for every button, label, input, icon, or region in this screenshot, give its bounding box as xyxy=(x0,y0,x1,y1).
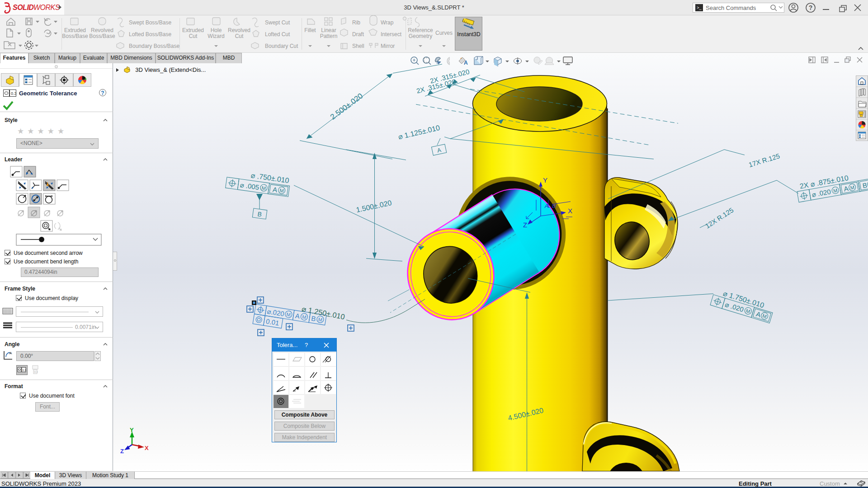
svg-text:X: X xyxy=(145,445,149,451)
svg-text:M: M xyxy=(318,317,323,323)
svg-text:B: B xyxy=(311,314,316,323)
svg-text:Y: Y xyxy=(543,176,547,184)
svg-text:A..B: A..B xyxy=(544,202,556,209)
svg-text:0.3: 0.3 xyxy=(34,371,38,373)
svg-text:A: A xyxy=(9,351,12,355)
svg-text:M: M xyxy=(762,313,767,319)
svg-text:0.3: 0.3 xyxy=(11,91,17,96)
svg-text:B: B xyxy=(257,210,262,218)
svg-text:B: B xyxy=(862,181,868,189)
svg-text:A: A xyxy=(437,146,442,154)
svg-text:A: A xyxy=(464,60,468,66)
svg-text:X: X xyxy=(568,207,572,215)
svg-text:12X R.125: 12X R.125 xyxy=(704,206,735,230)
svg-text:⌀ .750±.010: ⌀ .750±.010 xyxy=(250,171,290,184)
svg-text:17X R.125: 17X R.125 xyxy=(748,152,781,169)
svg-text:2.500±.020: 2.500±.020 xyxy=(329,91,364,121)
svg-text:M: M xyxy=(279,188,284,193)
svg-text:M: M xyxy=(850,184,855,190)
svg-text:M: M xyxy=(745,308,751,314)
svg-text:M: M xyxy=(261,185,266,191)
svg-text:A: A xyxy=(272,185,278,193)
svg-text:A: A xyxy=(755,310,762,319)
svg-text:A: A xyxy=(295,312,301,320)
svg-text:M: M xyxy=(833,188,838,193)
svg-text:Y: Y xyxy=(130,427,134,433)
svg-text:0.3: 0.3 xyxy=(23,369,27,371)
svg-text:⌀ 1.125±.010: ⌀ 1.125±.010 xyxy=(397,124,441,141)
svg-text:1.500±.020: 1.500±.020 xyxy=(355,199,392,214)
svg-text:Z: Z xyxy=(523,221,527,229)
svg-text:⌀ .005: ⌀ .005 xyxy=(240,181,259,191)
svg-text:A: A xyxy=(843,184,849,192)
svg-text:Z: Z xyxy=(120,448,124,455)
svg-text:0.01: 0.01 xyxy=(265,317,280,327)
svg-text:2X ⌀ .875±.010: 2X ⌀ .875±.010 xyxy=(799,174,849,190)
svg-text:M: M xyxy=(302,314,307,320)
svg-text:M: M xyxy=(286,311,291,317)
svg-text:?: ? xyxy=(809,4,813,11)
